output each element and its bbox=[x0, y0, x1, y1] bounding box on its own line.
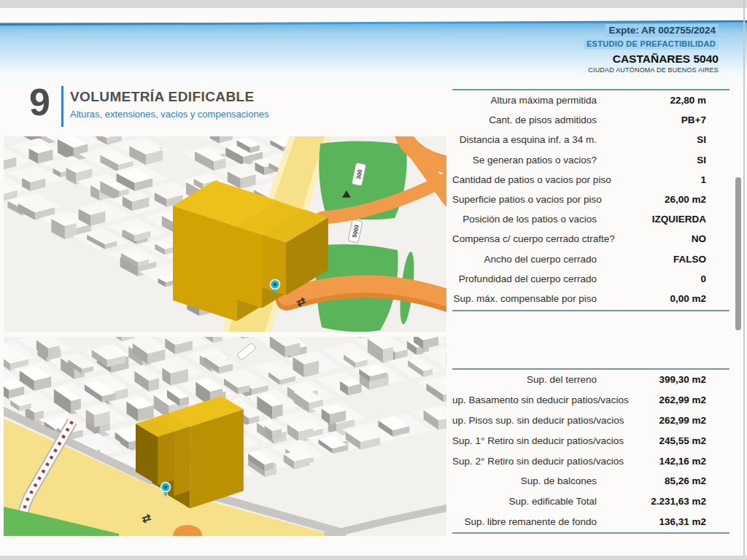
row-label: Ancho del cuerpo cerrado bbox=[452, 254, 597, 265]
row-label: Sup. del terreno bbox=[452, 374, 597, 385]
row-label: Compensa c/ cuerpo cerrado ctrafte? bbox=[452, 233, 597, 244]
top-gray-strip bbox=[0, 0, 747, 8]
table-row: Ancho del cuerpo cerradoFALSO bbox=[452, 249, 729, 269]
table-row: Sup. edificable Total2.231,63 m2 bbox=[452, 491, 729, 512]
map-3d-top: 5000300⇄ bbox=[4, 136, 446, 332]
row-label: Cantidad de patios o vacios por piso bbox=[452, 174, 597, 185]
table-row: Sup. de balcones85,26 m2 bbox=[452, 471, 729, 491]
row-label: Se generan patios o vacios? bbox=[452, 155, 597, 166]
row-value: 262,99 m2 bbox=[597, 394, 729, 405]
row-label: up. Basamento sin deducir patios/vacios bbox=[452, 394, 597, 405]
row-label: Profundidad del cuerpo cerrado bbox=[452, 273, 597, 284]
expediente-number: Expte: AR 002755/2024 bbox=[605, 24, 719, 37]
table-row: Compensa c/ cuerpo cerrado ctrafte?NO bbox=[452, 229, 729, 249]
row-label: Sup. edificable Total bbox=[452, 496, 597, 507]
row-value: 0,00 m2 bbox=[597, 293, 729, 304]
property-address: CASTAÑARES 5040 bbox=[584, 53, 719, 65]
row-value: 142,16 m2 bbox=[597, 456, 729, 467]
study-type: ESTUDIO DE PREFACTIBILIDAD bbox=[584, 39, 719, 50]
table-row: Profundidad del cuerpo cerrado0 bbox=[452, 269, 729, 289]
table-row: Sup. 1° Retiro sin deducir patios/vacios… bbox=[452, 430, 729, 451]
row-label: Sup. 1° Retiro sin deducir patios/vacios bbox=[452, 435, 597, 446]
row-label: Posición de los patios o vacios bbox=[452, 214, 597, 225]
row-label: Sup. máx. compensable por piso bbox=[452, 293, 597, 304]
row-value: FALSO bbox=[597, 254, 729, 265]
row-value: 245,55 m2 bbox=[597, 435, 729, 446]
map-3d-bottom: ⇄ bbox=[4, 337, 446, 536]
row-label: Distancia a esquina inf. a 34 m. bbox=[452, 134, 597, 145]
row-value: 399,30 m2 bbox=[597, 374, 729, 385]
table-row: Sup. libre remanente de fondo136,31 m2 bbox=[452, 512, 729, 532]
section-subtitle: Alturas, extensiones, vacios y compensac… bbox=[70, 109, 268, 120]
table-row: up. Basamento sin deducir patios/vacios2… bbox=[452, 390, 729, 411]
row-value: 262,99 m2 bbox=[597, 415, 729, 426]
bottom-gray-strip bbox=[0, 556, 747, 560]
section-number: 9 bbox=[29, 83, 50, 121]
row-value: 1 bbox=[597, 174, 729, 185]
row-value: SI bbox=[597, 134, 729, 145]
surfaces-table: Sup. del terreno399,30 m2up. Basamento s… bbox=[452, 368, 729, 534]
row-value: PB+7 bbox=[597, 114, 729, 125]
row-value: IZQUIERDA bbox=[597, 214, 729, 225]
row-value: 2.231,63 m2 bbox=[597, 496, 729, 507]
row-value: 136,31 m2 bbox=[597, 516, 729, 527]
table-row: Cantidad de patios o vacios por piso1 bbox=[452, 170, 729, 190]
row-value: 85,26 m2 bbox=[597, 475, 729, 486]
page-edge-line bbox=[743, 0, 745, 560]
row-value: 26,00 m2 bbox=[597, 194, 729, 205]
section-divider bbox=[61, 86, 63, 127]
table-row: Cant. de pisos admitidosPB+7 bbox=[452, 110, 729, 130]
row-value: SI bbox=[597, 155, 729, 166]
row-value: 22,80 m bbox=[597, 95, 729, 106]
table-row: Sup. máx. compensable por piso0,00 m2 bbox=[452, 289, 729, 308]
table-row: Posición de los patios o vaciosIZQUIERDA bbox=[452, 209, 729, 229]
table-row: up. Pisos sup. sin deducir patios/vacios… bbox=[452, 411, 729, 431]
table-row: Se generan patios o vacios?SI bbox=[452, 150, 729, 170]
section-title: VOLUMETRÍA EDIFICABLE bbox=[70, 89, 255, 105]
row-value: 0 bbox=[597, 273, 729, 284]
table-row: Sup. 2° Retiro sin deducir patios/vacios… bbox=[452, 451, 729, 471]
document-page: Expte: AR 002755/2024 ESTUDIO DE PREFACT… bbox=[0, 0, 747, 560]
row-label: Sup. 2° Retiro sin deducir patios/vacios bbox=[452, 456, 597, 467]
row-label: Sup. de balcones bbox=[452, 475, 597, 486]
scrollbar-thumb[interactable] bbox=[735, 177, 741, 330]
volumetry-table: Altura máxima permitida22,80 mCant. de p… bbox=[452, 89, 729, 311]
table-row: Altura máxima permitida22,80 m bbox=[452, 90, 729, 110]
table-row: Sup. del terreno399,30 m2 bbox=[452, 370, 729, 390]
row-label: up. Pisos sup. sin deducir patios/vacios bbox=[452, 415, 597, 426]
report-header: Expte: AR 002755/2024 ESTUDIO DE PREFACT… bbox=[584, 24, 719, 74]
row-label: Superficie patios o vacios por piso bbox=[452, 194, 597, 205]
row-label: Sup. libre remanente de fondo bbox=[452, 516, 597, 527]
row-label: Cant. de pisos admitidos bbox=[452, 114, 597, 125]
row-label: Altura máxima permitida bbox=[452, 95, 597, 106]
table-row: Distancia a esquina inf. a 34 m.SI bbox=[452, 130, 729, 149]
table-row: Superficie patios o vacios por piso26,00… bbox=[452, 190, 729, 209]
city-label: CIUDAD AUTÓNOMA DE BUENOS AIRES bbox=[584, 67, 719, 74]
row-value: NO bbox=[597, 233, 729, 244]
